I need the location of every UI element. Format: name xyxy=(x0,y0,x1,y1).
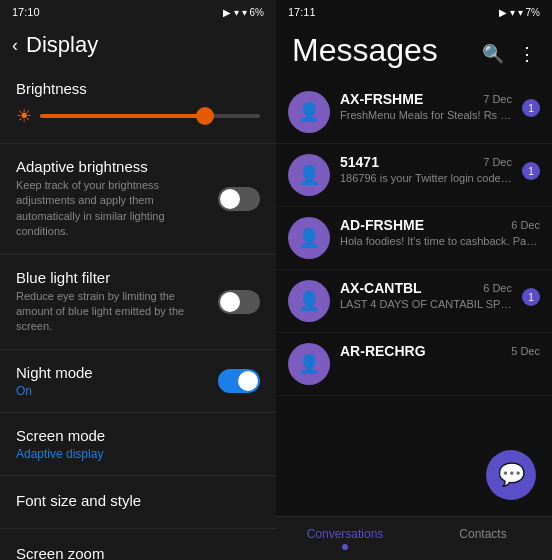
blue-light-filter-toggle[interactable] xyxy=(218,290,260,314)
message-item[interactable]: 👤AD-FRSHME6 DecHola foodies! It's time t… xyxy=(276,207,552,270)
message-item[interactable]: 👤AX-CANTBL6 DecLAST 4 DAYS OF CANTABIL S… xyxy=(276,270,552,333)
tab-contacts[interactable]: Contacts xyxy=(414,517,552,560)
blue-light-filter-title: Blue light filter xyxy=(16,269,208,286)
contacts-label: Contacts xyxy=(459,527,506,541)
message-content: AX-CANTBL6 DecLAST 4 DAYS OF CANTABIL SP… xyxy=(340,280,512,310)
message-date: 7 Dec xyxy=(483,156,512,168)
message-item[interactable]: 👤AX-FRSHME7 DecFreshMenu Meals for Steal… xyxy=(276,81,552,144)
message-item[interactable]: 👤514717 Dec186796 is your Twitter login … xyxy=(276,144,552,207)
message-sender: AX-FRSHME xyxy=(340,91,423,107)
avatar: 👤 xyxy=(288,217,330,259)
brightness-label: Brightness xyxy=(16,80,260,97)
font-size-title: Font size and style xyxy=(16,492,260,509)
night-mode-title: Night mode xyxy=(16,364,208,381)
right-time: 17:11 xyxy=(288,6,316,18)
message-sender: AR-RECHRG xyxy=(340,343,426,359)
unread-badge: 1 xyxy=(522,99,540,117)
display-header: ‹ Display xyxy=(0,24,276,70)
right-status-icons: ▶ ▾ ▾ 7% xyxy=(499,7,540,18)
message-preview: Hola foodies! It's time to cashback. Pay… xyxy=(340,235,540,247)
left-time: 17:10 xyxy=(12,6,40,18)
messages-action-icons: 🔍 ⋮ xyxy=(482,43,536,69)
message-sender: AD-FRSHME xyxy=(340,217,424,233)
night-mode-section: Night mode On xyxy=(0,350,276,413)
brightness-row: ☀ xyxy=(16,105,260,127)
sun-icon: ☀ xyxy=(16,105,32,127)
left-status-bar: 17:10 ▶ ▾ ▾ 6% xyxy=(0,0,276,24)
conversations-active-dot xyxy=(342,544,348,550)
message-top-row: 514717 Dec xyxy=(340,154,512,170)
right-status-bar: 17:11 ▶ ▾ ▾ 7% xyxy=(276,0,552,24)
unread-badge: 1 xyxy=(522,288,540,306)
night-mode-toggle[interactable] xyxy=(218,369,260,393)
avatar: 👤 xyxy=(288,91,330,133)
message-top-row: AX-CANTBL6 Dec xyxy=(340,280,512,296)
message-top-row: AR-RECHRG5 Dec xyxy=(340,343,540,359)
settings-content: Brightness ☀ Adaptive brightness Keep tr… xyxy=(0,70,276,560)
screen-mode-section[interactable]: Screen mode Adaptive display xyxy=(0,413,276,476)
tab-conversations[interactable]: Conversations xyxy=(276,517,414,560)
signal-icon: ▶ xyxy=(223,7,231,18)
brightness-thumb xyxy=(196,107,214,125)
unread-badge: 1 xyxy=(522,162,540,180)
messages-header: Messages 🔍 ⋮ xyxy=(276,24,552,81)
message-top-row: AX-FRSHME7 Dec xyxy=(340,91,512,107)
night-mode-row: Night mode On xyxy=(16,364,260,398)
night-mode-value: On xyxy=(16,384,208,398)
screen-zoom-section[interactable]: Screen zoom xyxy=(0,529,276,560)
messages-title: Messages xyxy=(292,32,438,69)
compose-fab[interactable]: 💬 xyxy=(486,450,536,500)
conversations-label: Conversations xyxy=(307,527,384,541)
adaptive-brightness-text: Adaptive brightness Keep track of your b… xyxy=(16,158,218,240)
message-content: AX-FRSHME7 DecFreshMenu Meals for Steals… xyxy=(340,91,512,121)
messages-panel: 17:11 ▶ ▾ ▾ 7% Messages 🔍 ⋮ 👤AX-FRSHME7 … xyxy=(276,0,552,560)
message-preview: 186796 is your Twitter login code. Don't… xyxy=(340,172,512,184)
blue-light-filter-subtitle: Reduce eye strain by limiting the amount… xyxy=(16,289,208,335)
search-icon[interactable]: 🔍 xyxy=(482,43,504,65)
adaptive-brightness-toggle[interactable] xyxy=(218,187,260,211)
font-size-section[interactable]: Font size and style xyxy=(0,476,276,529)
display-title: Display xyxy=(26,32,98,58)
message-item[interactable]: 👤AR-RECHRG5 Dec xyxy=(276,333,552,396)
brightness-slider[interactable] xyxy=(40,114,260,118)
avatar: 👤 xyxy=(288,154,330,196)
brightness-section: Brightness ☀ xyxy=(0,70,276,144)
message-top-row: AD-FRSHME6 Dec xyxy=(340,217,540,233)
avatar: 👤 xyxy=(288,343,330,385)
blue-light-filter-row: Blue light filter Reduce eye strain by l… xyxy=(16,269,260,335)
message-sender: 51471 xyxy=(340,154,379,170)
wifi-icon: ▾ xyxy=(234,7,239,18)
message-content: 514717 Dec186796 is your Twitter login c… xyxy=(340,154,512,184)
adaptive-brightness-section: Adaptive brightness Keep track of your b… xyxy=(0,144,276,255)
message-content: AD-FRSHME6 DecHola foodies! It's time to… xyxy=(340,217,540,247)
right-wifi-icon: ▾ xyxy=(510,7,515,18)
message-preview: FreshMenu Meals for Steals! Rs 50 OFF on… xyxy=(340,109,512,121)
left-status-icons: ▶ ▾ ▾ 6% xyxy=(223,7,264,18)
right-battery-icon: ▾ 7% xyxy=(518,7,540,18)
adaptive-brightness-row: Adaptive brightness Keep track of your b… xyxy=(16,158,260,240)
brightness-fill xyxy=(40,114,205,118)
message-date: 7 Dec xyxy=(483,93,512,105)
message-content: AR-RECHRG5 Dec xyxy=(340,343,540,361)
night-mode-text: Night mode On xyxy=(16,364,218,398)
battery-icon: ▾ 6% xyxy=(242,7,264,18)
message-sender: AX-CANTBL xyxy=(340,280,422,296)
adaptive-brightness-title: Adaptive brightness xyxy=(16,158,208,175)
screen-zoom-title: Screen zoom xyxy=(16,545,260,560)
right-signal-icon: ▶ xyxy=(499,7,507,18)
display-settings-panel: 17:10 ▶ ▾ ▾ 6% ‹ Display Brightness ☀ xyxy=(0,0,276,560)
screen-mode-value: Adaptive display xyxy=(16,447,260,461)
avatar: 👤 xyxy=(288,280,330,322)
back-button[interactable]: ‹ xyxy=(12,35,18,56)
screen-mode-title: Screen mode xyxy=(16,427,260,444)
adaptive-brightness-subtitle: Keep track of your brightness adjustment… xyxy=(16,178,208,240)
message-date: 6 Dec xyxy=(483,282,512,294)
blue-light-filter-text: Blue light filter Reduce eye strain by l… xyxy=(16,269,218,335)
bottom-navigation: Conversations Contacts xyxy=(276,516,552,560)
message-date: 6 Dec xyxy=(511,219,540,231)
message-date: 5 Dec xyxy=(511,345,540,357)
message-preview: LAST 4 DAYS OF CANTABIL SPECIAL PREVIEW … xyxy=(340,298,512,310)
blue-light-filter-section: Blue light filter Reduce eye strain by l… xyxy=(0,255,276,350)
more-options-icon[interactable]: ⋮ xyxy=(518,43,536,65)
